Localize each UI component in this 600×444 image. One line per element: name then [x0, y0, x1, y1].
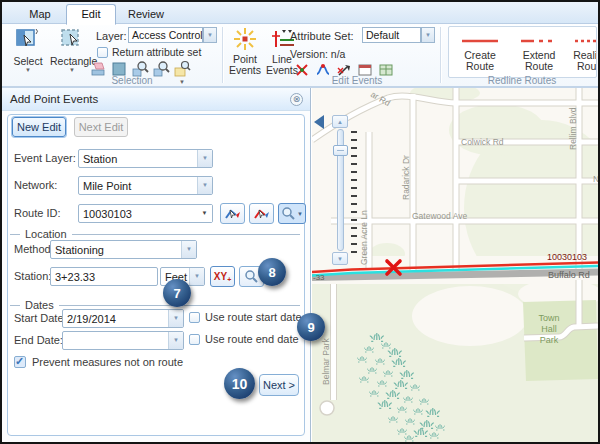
- end-date-picker[interactable]: ▼: [62, 331, 184, 350]
- tab-edit[interactable]: Edit: [66, 4, 116, 25]
- point-events-icon: [233, 27, 257, 51]
- route-id-combobox[interactable]: 10030103 ▼: [78, 204, 213, 223]
- ribbon: Select ▼ Rectangle ▼ Layer: Access Contr…: [2, 24, 598, 88]
- new-edit-button[interactable]: New Edit: [12, 117, 66, 137]
- location-section-label: Location: [25, 228, 67, 240]
- route-search-dropdown-button[interactable]: ▼: [278, 203, 306, 224]
- select-route-on-map-button[interactable]: [220, 203, 245, 224]
- edit-events-group-label: Edit Events: [302, 75, 412, 86]
- select-route-from-selection-button[interactable]: [249, 203, 274, 224]
- street-label: Gatewood Ave: [412, 211, 467, 221]
- callout-10: 10: [224, 368, 255, 399]
- tab-map[interactable]: Map: [16, 5, 64, 24]
- measure-label: -33: [313, 273, 325, 282]
- panel-title: Add Point Events: [10, 93, 98, 105]
- select-tool-icon: [14, 27, 42, 53]
- start-date-label: Start Date:: [14, 312, 67, 324]
- chevron-down-icon[interactable]: ▼: [189, 268, 204, 285]
- select-button[interactable]: Select ▼: [8, 27, 48, 73]
- zoom-out-button[interactable]: ▼: [332, 252, 348, 265]
- extend-route-label: Extend Route: [523, 49, 556, 72]
- start-date-value: 2/19/2014: [63, 310, 168, 327]
- chevron-down-icon[interactable]: ▼: [197, 177, 212, 194]
- route-id-value: 10030103: [79, 205, 197, 222]
- return-attribute-set-checkbox[interactable]: [97, 47, 108, 58]
- next-button[interactable]: Next >: [259, 374, 299, 396]
- close-icon[interactable]: ⊗: [290, 93, 303, 106]
- map-view[interactable]: ar Rd Colwick Rd Gatewood Ave Green Acre…: [312, 88, 598, 442]
- chevron-down-icon[interactable]: ▼: [168, 332, 183, 349]
- network-combobox[interactable]: Mile Point ▼: [78, 176, 213, 195]
- street-label: Colwick Rd: [461, 137, 504, 147]
- magnifier-icon: [281, 206, 296, 221]
- select-route-icon: [224, 206, 241, 221]
- realign-route-icon: [574, 39, 597, 43]
- extend-route-icon: [520, 39, 558, 43]
- plus-icon: +: [227, 276, 231, 283]
- create-route-icon: [461, 39, 499, 43]
- callout-9: 9: [297, 313, 325, 341]
- layer-dropdown-button[interactable]: ▼: [203, 27, 217, 43]
- method-label: Method:: [14, 243, 54, 255]
- chevron-down-icon[interactable]: ▼: [181, 241, 196, 258]
- prevent-measures-label: Prevent measures not on route: [32, 356, 183, 368]
- collapse-panel-arrow-icon[interactable]: [314, 115, 324, 129]
- town-hall-park-label: Hall: [541, 324, 557, 334]
- redline-routes-group-label: Redline Routes: [462, 75, 582, 86]
- station-value: 3+23.33: [51, 268, 157, 285]
- xy-coordinates-button[interactable]: XY +: [210, 266, 235, 287]
- method-combobox[interactable]: Stationing ▼: [50, 240, 197, 259]
- event-layer-combobox[interactable]: Station ▼: [78, 149, 213, 168]
- street-label: Radarick Dr: [401, 155, 411, 200]
- chevron-down-icon: ▼: [50, 67, 94, 73]
- realign-route-button[interactable]: Realign Route: [569, 31, 597, 72]
- event-layer-value: Station: [79, 150, 197, 167]
- network-label: Network:: [14, 179, 57, 191]
- route-number-label: 10030103: [547, 252, 587, 262]
- end-date-label: End Date:: [14, 334, 63, 346]
- select-route-alt-icon: [253, 206, 270, 221]
- create-route-button[interactable]: Create Route: [451, 31, 509, 72]
- rectangle-select-button[interactable]: Rectangle ▼: [50, 27, 94, 73]
- zoom-in-button[interactable]: ▲: [332, 115, 348, 128]
- attribute-set-dropdown-button[interactable]: ▼: [421, 27, 435, 43]
- ribbon-tab-bar: Map Edit Review: [2, 2, 598, 24]
- select-label: Select: [8, 56, 48, 67]
- selection-group-label: Selection: [82, 75, 182, 86]
- point-events-label: Point Events: [228, 54, 262, 76]
- chevron-down-icon: ▼: [8, 67, 48, 73]
- redline-routes-box: Create Route Extend Route Realign Route: [448, 26, 597, 78]
- xy-icon: XY: [214, 271, 227, 282]
- chevron-down-icon[interactable]: ▼: [197, 150, 212, 167]
- town-hall-park-label: Park: [540, 335, 559, 345]
- zoom-slider-handle[interactable]: [333, 145, 348, 156]
- extend-route-button[interactable]: Extend Route: [511, 31, 567, 72]
- street-label: Green Acre Ln: [359, 210, 369, 265]
- event-layer-label: Event Layer:: [14, 152, 76, 164]
- point-events-button[interactable]: Point Events: [228, 27, 262, 76]
- application-window: Map Edit Review Select ▼ Rectangle ▼: [0, 0, 600, 444]
- use-route-start-date-checkbox[interactable]: [189, 312, 200, 323]
- street-label-partial: N: [593, 174, 598, 184]
- tab-review[interactable]: Review: [118, 5, 174, 24]
- rectangle-label: Rectangle: [50, 56, 94, 67]
- attribute-set-label: Attribute Set:: [290, 30, 354, 42]
- dates-section-label: Dates: [25, 299, 54, 311]
- attribute-set-combobox[interactable]: Default: [362, 27, 421, 43]
- next-edit-button[interactable]: Next Edit: [74, 117, 128, 137]
- prevent-measures-checkbox[interactable]: [14, 356, 26, 368]
- map-canvas: ar Rd Colwick Rd Gatewood Ave Green Acre…: [312, 88, 598, 442]
- park-area: [449, 104, 545, 156]
- location-section-separator: Location: [10, 228, 300, 240]
- chevron-down-icon[interactable]: ▼: [168, 310, 183, 327]
- station-input[interactable]: 3+23.33: [50, 267, 158, 286]
- layer-combobox[interactable]: Access Control: [128, 27, 203, 43]
- method-value: Stationing: [51, 241, 181, 258]
- chevron-down-icon[interactable]: ▼: [197, 205, 212, 222]
- start-date-picker[interactable]: 2/19/2014 ▼: [62, 309, 184, 328]
- layer-label: Layer:: [96, 30, 127, 42]
- use-route-end-date-checkbox[interactable]: [189, 334, 200, 345]
- use-route-end-date-label: Use route end date: [205, 333, 299, 345]
- use-route-start-date-label: Use route start date: [205, 311, 302, 323]
- magnifier-icon: [244, 269, 259, 284]
